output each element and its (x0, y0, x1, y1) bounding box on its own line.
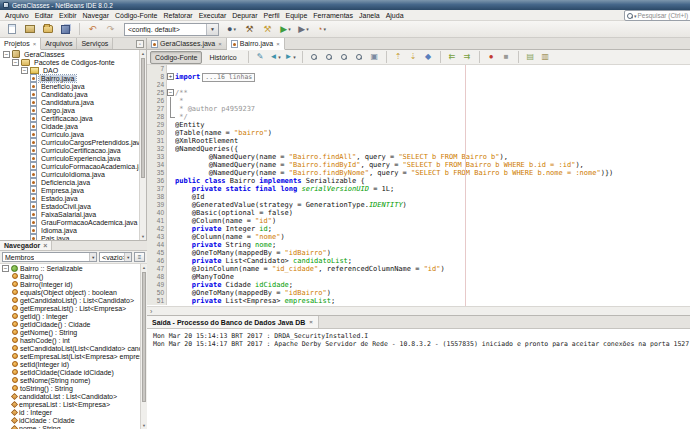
debug-project-icon[interactable]: ▶▾ (295, 21, 312, 37)
record-macro-icon[interactable]: ● (484, 50, 499, 64)
member-getid[interactable]: getId() : Integer (0, 312, 147, 320)
collapse-icon[interactable]: − (12, 59, 19, 66)
code-line[interactable]: 28 */ (147, 113, 690, 121)
find-next-icon[interactable] (322, 50, 337, 64)
code-line[interactable]: 37 private static final long serialVersi… (147, 185, 690, 193)
code-line[interactable]: 44 private String nome; (147, 241, 690, 249)
code-line[interactable]: 30@Table(name = "bairro") (147, 129, 690, 137)
new-project-icon[interactable] (21, 21, 38, 37)
tree-item-candidato-java[interactable]: Candidato.java (0, 90, 146, 98)
member-candidatolist[interactable]: candidatoList : List<Candidato> (0, 392, 147, 400)
code-line[interactable]: 34 @NamedQuery(name = "Bairro.findById",… (147, 161, 690, 169)
back-icon[interactable]: ◄▾ (268, 50, 283, 64)
tree-item-cargo-java[interactable]: Cargo.java (0, 106, 146, 114)
tree-item-pacotes-de-c-digos-fonte[interactable]: −Pacotes de Códigos-fonte (0, 58, 146, 66)
menu-editar[interactable]: Editar (32, 11, 56, 20)
uncomment-icon[interactable]: ▥ (538, 50, 553, 64)
chevron-down-icon[interactable]: ▾ (278, 54, 281, 60)
code-line[interactable]: 8+import...16 linhas (147, 73, 690, 81)
tree-item-curriculo-java[interactable]: Curriculo.java (0, 130, 146, 138)
run-project-icon[interactable]: ▶▾ (277, 21, 294, 37)
output-console[interactable]: Mon Mar 20 15:14:13 BRT 2017 : DRDA_Secu… (147, 329, 690, 429)
menu-refatorar[interactable]: Refatorar (160, 11, 195, 20)
member-getidcidade[interactable]: getIdCidade() : Cidade (0, 320, 147, 328)
chevron-down-icon[interactable]: ▾ (306, 26, 309, 32)
menu-ferramentas[interactable]: Ferramentas (310, 11, 356, 20)
code-line[interactable]: 25−/** (147, 89, 690, 97)
chevron-down-icon[interactable]: ▾ (288, 26, 291, 32)
profile-project-icon[interactable]: ◔▾ (313, 21, 330, 37)
collapse-icon[interactable]: − (3, 51, 10, 58)
projects-panel[interactable]: −GeraClasses−Pacotes de Códigos-fonte−DA… (0, 50, 147, 240)
shift-right-icon[interactable]: ⇉ (460, 50, 475, 64)
code-line[interactable]: 47 @JoinColumn(name = "id_cidade", refer… (147, 265, 690, 273)
member-tostring[interactable]: toString() : String (0, 384, 147, 392)
code-line[interactable]: 38 @Id (147, 193, 690, 201)
close-icon[interactable]: × (43, 242, 47, 249)
stop-macro-icon[interactable]: ■ (499, 50, 514, 64)
find-previous-icon[interactable] (337, 50, 352, 64)
toggle-highlight-icon[interactable] (352, 50, 367, 64)
sort-members-button[interactable]: ≡ (134, 252, 145, 262)
menu-executar[interactable]: Executar (196, 11, 230, 20)
comment-icon[interactable]: ▤ (523, 50, 538, 64)
member-bairro[interactable]: Bairro(Integer id) (0, 280, 147, 288)
close-icon[interactable]: × (33, 41, 37, 47)
code-line[interactable]: 42 private Integer id; (147, 225, 690, 233)
fold-expand-icon[interactable]: + (167, 73, 174, 80)
close-icon[interactable]: × (309, 319, 313, 325)
member-getcandidatolist[interactable]: getCandidatoList() : List<Candidato> (0, 296, 147, 304)
scroll-up-icon[interactable]: ▲ (140, 51, 146, 56)
open-project-icon[interactable] (39, 21, 56, 37)
editor-tab-bairro-java[interactable]: Bairro.java× (227, 38, 285, 50)
code-line[interactable]: 35 @NamedQuery(name = "Bairro.findByNome… (147, 169, 690, 177)
history-view-button[interactable]: Histórico (204, 51, 241, 64)
close-icon[interactable]: × (276, 41, 280, 47)
code-line[interactable]: 32@NamedQueries({ (147, 145, 690, 153)
code-line[interactable]: 31@XmlRootElement (147, 137, 690, 145)
member-setidcidade[interactable]: setIdCidade(Cidade idCidade) (0, 368, 147, 376)
deploy-icon[interactable]: ●▾ (223, 21, 240, 37)
member-id[interactable]: id : Integer (0, 408, 147, 416)
save-all-icon[interactable] (57, 21, 74, 37)
chevron-down-icon[interactable]: ▾ (634, 13, 637, 19)
select-in-projects-icon[interactable]: ▣ (367, 50, 382, 64)
chevron-down-icon[interactable]: ▼ (89, 253, 96, 261)
tree-item-cidade-java[interactable]: Cidade.java (0, 122, 146, 130)
tree-item-curriculocertificacao-java[interactable]: CurriculoCertificacao.java (0, 146, 146, 154)
navigator-members-panel[interactable]: −Bairro :: SerializableBairro()Bairro(In… (0, 264, 147, 429)
code-line[interactable]: 36public class Bairro implements Seriali… (147, 177, 690, 185)
scroll-down-icon[interactable]: ▼ (140, 234, 146, 239)
navigator-root[interactable]: −Bairro :: Serializable (0, 264, 147, 272)
new-file-icon[interactable] (3, 21, 20, 37)
menu-c-digo-fonte[interactable]: Código-Fonte (112, 11, 160, 20)
member-nome[interactable]: nome : String (0, 424, 147, 429)
menu-navegar[interactable]: Navegar (80, 11, 112, 20)
minimize-window-group-icon[interactable]: ▫ (136, 40, 144, 48)
member-empresalist[interactable]: empresaList : List<Empresa> (0, 400, 147, 408)
chevron-down-icon[interactable]: ▾ (233, 26, 236, 32)
menu-arquivo[interactable]: Arquivo (2, 11, 32, 20)
code-line[interactable]: 45 @OneToMany(mappedBy = "idBairro") (147, 249, 690, 257)
code-line[interactable]: 33 @NamedQuery(name = "Bairro.findAll", … (147, 153, 690, 161)
code-line[interactable]: 50 @OneToMany(mappedBy = "idBairro") (147, 289, 690, 297)
collapse-icon[interactable]: − (21, 67, 28, 74)
member-setcandidatolist[interactable]: setCandidatoList(List<Candidato> candida… (0, 344, 147, 352)
tree-item-estado-java[interactable]: Estado.java (0, 194, 146, 202)
redo-icon[interactable]: ↷ (102, 21, 119, 37)
code-line[interactable]: 24 (147, 81, 690, 89)
tree-item-curriculoexperiencia-java[interactable]: CurriculoExperiencia.java (0, 154, 146, 162)
menu-ajuda[interactable]: Ajuda (383, 11, 407, 20)
member-setnome[interactable]: setNome(String nome) (0, 376, 147, 384)
code-line[interactable]: 48 @ManyToOne (147, 273, 690, 281)
member-equals[interactable]: equals(Object object) : boolean (0, 288, 147, 296)
code-line[interactable]: 51 private List<Empresa> empresaList; (147, 297, 690, 305)
tree-item-beneficio-java[interactable]: Beneficio.java (0, 82, 146, 90)
quick-search[interactable]: ▾ Pesquisar (Ctrl+I) (624, 10, 690, 21)
member-hashcode[interactable]: hashCode() : int (0, 336, 147, 344)
code-line[interactable]: 29@Entity (147, 121, 690, 129)
source-view-button[interactable]: Código-Fonte (150, 51, 202, 64)
tree-item-bairro-java[interactable]: Bairro.java (0, 74, 146, 82)
tree-item-curriculoidioma-java[interactable]: CurriculoIdioma.java (0, 170, 146, 178)
member-getnome[interactable]: getNome() : String (0, 328, 147, 336)
